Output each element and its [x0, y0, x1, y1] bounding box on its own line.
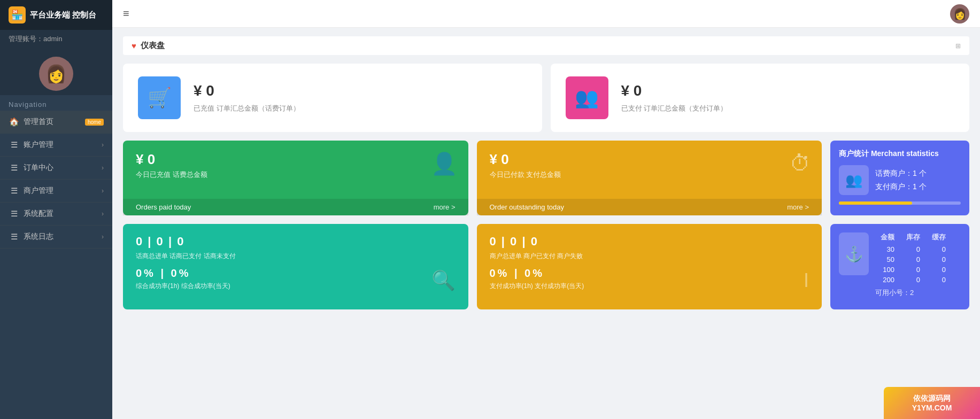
payment-today-footer-left: Order outstanding today [490, 203, 564, 211]
payment-stats-pct-label: 支付成功率(1h) 支付成功率(当天) [490, 282, 809, 291]
denom-cell: 50 [875, 255, 894, 263]
recharge-stats: 0 | 0 | 0 话商总进单 话商已支付 话商未支付 0% | 0% 综合成功… [123, 224, 468, 309]
home-menu-icon: 🏠 [9, 117, 19, 127]
home-menu-label: 管理首页 [24, 117, 83, 127]
payment-stats-numbers-label: 商户总进单 商户已支付 商户失败 [490, 252, 809, 261]
recharge-stats-numbers: 0 | 0 | 0 [136, 235, 456, 249]
payment-card: 👥 ¥ 0 已支付 订单汇总金额（支付订单） [551, 64, 970, 132]
denom-cell: 200 [875, 276, 894, 284]
merchant-icon: 👥 [839, 165, 869, 195]
denom-cell: 0 [927, 245, 946, 253]
payment-card-desc: 已支付 订单汇总金额（支付订单） [621, 104, 955, 113]
merchant-progress-bar [839, 201, 961, 205]
sidebar-item-account[interactable]: ☰ 账户管理 › [0, 134, 112, 157]
orders-menu-label: 订单中心 [24, 163, 102, 173]
denom-cell: 0 [927, 276, 946, 284]
breadcrumb: ♥ 仪表盘 ⊞ [123, 36, 969, 55]
account-arrow: › [102, 141, 104, 149]
sidebar-item-merchant[interactable]: ☰ 商户管理 › [0, 180, 112, 203]
recharge-card-icon: 🛒 [138, 76, 181, 119]
content-area: ♥ 仪表盘 ⊞ 🛒 ¥ 0 已充值 订单汇总金额（话费订单） 👥 ¥ 0 已支付… [112, 28, 980, 419]
denom-row: 3000 [875, 245, 961, 253]
denom-cell: 0 [901, 276, 920, 284]
topbar-right: 👩 [950, 4, 969, 24]
logs-menu-icon: ☰ [9, 232, 19, 242]
recharge-today-footer-left: Orders paid today [136, 203, 191, 211]
bottom-cards-row: 0 | 0 | 0 话商总进单 话商已支付 话商未支付 0% | 0% 综合成功… [123, 224, 969, 309]
system-menu-icon: ☰ [9, 209, 19, 219]
denom-available: 可用小号：2 [875, 288, 961, 298]
recharge-today-label: 今日已充值 话费总金额 [136, 170, 456, 180]
merchant-arrow: › [102, 187, 104, 195]
watermark-line1: 依依源码网 [912, 394, 952, 404]
recharge-stats-pct: 0% | 0% [136, 267, 456, 280]
hamburger-icon[interactable]: ≡ [123, 7, 129, 20]
merchant-menu-label: 商户管理 [24, 186, 102, 196]
payment-stats: 0 | 0 | 0 商户总进单 商户已支付 商户失败 0% | 0% 支付成功率… [477, 224, 822, 309]
sidebar-account: 管理账号：admin [0, 30, 112, 48]
payment-stats-pct: 0% | 0% [490, 267, 809, 280]
denom-col-header: 缓存 [927, 232, 946, 242]
account-menu-icon: ☰ [9, 140, 19, 150]
merchant-stats-title: 商户统计 Merchant statistics [839, 149, 961, 159]
logs-arrow: › [102, 233, 104, 240]
denom-col-header: 库存 [901, 232, 920, 242]
recharge-today-more-link[interactable]: more > [434, 203, 456, 211]
recharge-stats-icon: 🔍 [431, 269, 456, 292]
sidebar-item-logs[interactable]: ☰ 系统日志 › [0, 226, 112, 249]
payment-today: ¥ 0 今日已付款 支付总金额 ⏱ Order outstanding toda… [477, 141, 822, 215]
payment-today-more-link[interactable]: more > [787, 203, 809, 211]
watermark: 依依源码网 Y1YM.COM [884, 387, 980, 419]
denom-cell: 0 [901, 266, 920, 274]
topbar: ≡ 👩 [112, 0, 980, 28]
system-menu-label: 系统配置 [24, 209, 102, 219]
page-title: 仪表盘 [141, 41, 165, 51]
mid-cards-row: ¥ 0 今日已充值 话费总金额 👤 Orders paid today more… [123, 141, 969, 215]
payment-today-icon: ⏱ [790, 151, 811, 175]
logo-icon: 🏪 [9, 6, 26, 24]
orders-menu-icon: ☰ [9, 163, 19, 173]
denom-cell: 0 [901, 245, 920, 253]
payment-today-footer: Order outstanding today more > [477, 199, 822, 215]
denom-table: 金额库存缓存 3000 5000 10000 20000 可用小号：2 [875, 232, 961, 301]
merchant-stats-body: 👥 话费商户：1 个支付商户：1 个 [839, 165, 961, 195]
denom-row: 5000 [875, 255, 961, 263]
sidebar-item-home[interactable]: 🏠 管理首页 home [0, 111, 112, 134]
payment-stats-icon: I [804, 269, 809, 292]
denom-cell: 0 [927, 255, 946, 263]
topbar-avatar: 👩 [950, 4, 969, 24]
merchant-stat-item: 支付商户：1 个 [875, 180, 927, 193]
heart-icon: ♥ [132, 41, 136, 50]
sidebar-nav-label: Navigation [0, 95, 112, 111]
sidebar-avatar: 👩 [39, 57, 73, 91]
denom-header: 金额库存缓存 [875, 232, 961, 242]
denom-card: ⚓ 金额库存缓存 3000 5000 10000 20000 可用小号：2 [830, 224, 969, 309]
denom-cell: 30 [875, 245, 894, 253]
recharge-today-icon: 👤 [431, 151, 458, 176]
recharge-stats-pct-label: 综合成功率(1h) 综合成功率(当天) [136, 282, 456, 291]
top-cards-row: 🛒 ¥ 0 已充值 订单汇总金额（话费订单） 👥 ¥ 0 已支付 订单汇总金额（… [123, 64, 969, 132]
denom-cell: 0 [901, 255, 920, 263]
merchant-stats-text: 话费商户：1 个支付商户：1 个 [875, 167, 927, 193]
denom-row: 10000 [875, 266, 961, 274]
payment-card-amount: ¥ 0 [621, 82, 955, 99]
recharge-card-desc: 已充值 订单汇总金额（话费订单） [194, 104, 527, 113]
denom-row: 20000 [875, 276, 961, 284]
collapse-icon[interactable]: ⊞ [955, 42, 961, 50]
merchant-stat-item: 话费商户：1 个 [875, 167, 927, 180]
payment-card-icon: 👥 [566, 76, 608, 119]
sidebar-header: 🏪 平台业务端 控制台 [0, 0, 112, 30]
payment-stats-numbers: 0 | 0 | 0 [490, 235, 809, 249]
recharge-today-amount: ¥ 0 [136, 151, 456, 168]
payment-today-label: 今日已付款 支付总金额 [490, 170, 809, 180]
orders-arrow: › [102, 164, 104, 172]
sidebar-menu: 🏠 管理首页 home ☰ 账户管理 › ☰ 订单中心 › ☰ 商户管理 › ☰… [0, 111, 112, 419]
watermark-line2: Y1YM.COM [912, 404, 952, 412]
account-menu-label: 账户管理 [24, 140, 102, 150]
payment-today-amount: ¥ 0 [490, 151, 809, 168]
sidebar-item-system[interactable]: ☰ 系统配置 › [0, 203, 112, 226]
recharge-today: ¥ 0 今日已充值 话费总金额 👤 Orders paid today more… [123, 141, 468, 215]
payment-card-body: ¥ 0 已支付 订单汇总金额（支付订单） [621, 82, 955, 113]
sidebar-item-orders[interactable]: ☰ 订单中心 › [0, 157, 112, 180]
merchant-stats-card: 商户统计 Merchant statistics 👥 话费商户：1 个支付商户：… [830, 141, 969, 215]
